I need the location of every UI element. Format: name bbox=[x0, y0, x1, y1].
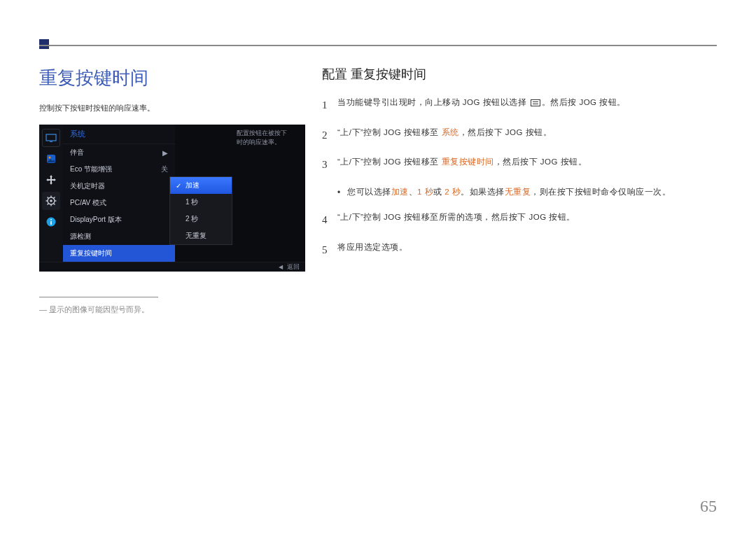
osd-dropdown-item[interactable]: 无重复 bbox=[170, 227, 232, 244]
svg-rect-15 bbox=[50, 221, 52, 225]
page-number: 65 bbox=[700, 497, 717, 516]
osd-footer: ◀ 返回 bbox=[39, 262, 305, 272]
move-icon[interactable] bbox=[42, 171, 60, 189]
step-1: 1 当功能键导引出现时，向上移动 JOG 按钮以选择 。然后按 JOG 按钮。 bbox=[322, 95, 714, 115]
step-body: 当功能键导引出现时，向上移动 JOG 按钮以选择 。然后按 JOG 按钮。 bbox=[337, 95, 714, 115]
osd-item-arrow: ▶ bbox=[162, 149, 168, 157]
step-text: “上/下”控制 JOG 按钮移至 bbox=[337, 128, 442, 136]
picture-icon[interactable] bbox=[42, 150, 60, 168]
step-number: 3 bbox=[322, 155, 337, 175]
osd-dropdown-item[interactable]: 1 秒 bbox=[170, 194, 232, 211]
osd-item-label: 关机定时器 bbox=[70, 181, 105, 191]
osd-menu-item[interactable]: 关机定时器 bbox=[63, 178, 175, 195]
step-5: 5 将应用选定选项。 bbox=[322, 240, 714, 260]
step-text: 。然后按 JOG 按钮。 bbox=[542, 98, 626, 106]
step-number: 1 bbox=[322, 95, 337, 115]
osd-dropdown-item[interactable]: ✓ 加速 bbox=[170, 177, 232, 194]
osd-description: 配置按钮在被按下 时的响应速率。 bbox=[237, 129, 300, 146]
bullet-dot: • bbox=[337, 185, 347, 201]
svg-line-10 bbox=[48, 197, 49, 199]
highlight-text: 重复按键时间 bbox=[442, 157, 494, 166]
osd-dd-label: 1 秒 bbox=[186, 197, 198, 207]
highlight-text: 1 秒 bbox=[417, 188, 433, 196]
bullet-text: ，则在按下按钮时命令仅响应一次。 bbox=[531, 188, 671, 196]
step-body: “上/下”控制 JOG 按钮移至所需的选项，然后按下 JOG 按钮。 bbox=[337, 210, 714, 230]
bullet-text: 或 bbox=[433, 188, 444, 196]
osd-iconbar bbox=[39, 125, 63, 262]
step-3: 3 “上/下”控制 JOG 按钮移至 重复按键时间，然后按下 JOG 按钮。 bbox=[322, 155, 714, 175]
osd-panel: 系统 伴音 ▶ Eco 节能增强 关 关机定时器 PC/AV 模式 Displa… bbox=[39, 125, 305, 272]
note-divider bbox=[39, 297, 158, 297]
osd-menu-item[interactable]: 源检测 bbox=[63, 228, 175, 245]
osd-menu-item[interactable]: Eco 节能增强 关 bbox=[63, 161, 175, 178]
step-body: “上/下”控制 JOG 按钮移至 重复按键时间，然后按下 JOG 按钮。 bbox=[337, 155, 714, 175]
step-text: “上/下”控制 JOG 按钮移至 bbox=[337, 157, 442, 166]
svg-point-5 bbox=[50, 199, 52, 202]
step-text: ，然后按下 JOG 按钮。 bbox=[459, 128, 552, 136]
svg-rect-16 bbox=[50, 219, 52, 220]
osd-menu-item-selected[interactable]: 重复按键时间 bbox=[63, 245, 175, 262]
osd-item-label: Eco 节能增强 bbox=[70, 164, 112, 174]
osd-item-label: 源检测 bbox=[70, 232, 91, 241]
step-number: 4 bbox=[322, 210, 337, 230]
gear-icon[interactable] bbox=[42, 192, 60, 210]
osd-dropdown: ✓ 加速 1 秒 2 秒 无重复 bbox=[169, 176, 232, 245]
bullet-note: • 您可以选择加速、1 秒或 2 秒。如果选择无重复，则在按下按钮时命令仅响应一… bbox=[322, 185, 714, 201]
svg-line-13 bbox=[48, 204, 49, 205]
osd-item-label: 重复按键时间 bbox=[70, 248, 112, 258]
osd-menu: 系统 伴音 ▶ Eco 节能增强 关 关机定时器 PC/AV 模式 Displa… bbox=[63, 125, 175, 262]
highlight-text: 系统 bbox=[442, 128, 459, 136]
right-column: 配置 重复按键时间 1 当功能键导引出现时，向上移动 JOG 按钮以选择 。然后… bbox=[322, 66, 714, 269]
osd-item-value: 关 bbox=[161, 164, 168, 174]
osd-item-label: PC/AV 模式 bbox=[70, 198, 106, 208]
header-divider bbox=[39, 45, 717, 46]
step-body: “上/下”控制 JOG 按钮移至 系统，然后按下 JOG 按钮。 bbox=[337, 125, 714, 146]
osd-item-label: 伴音 bbox=[70, 148, 84, 157]
step-text: 当功能键导引出现时，向上移动 JOG 按钮以选择 bbox=[337, 98, 529, 106]
highlight-text: 加速 bbox=[391, 188, 409, 196]
osd-menu-item[interactable]: DisplayPort 版本 bbox=[63, 211, 175, 228]
svg-line-12 bbox=[54, 197, 55, 199]
section-heading: 配置 重复按键时间 bbox=[322, 66, 714, 83]
step-text: ，然后按下 JOG 按钮。 bbox=[494, 157, 587, 166]
osd-item-label: DisplayPort 版本 bbox=[70, 215, 122, 225]
osd-dropdown-item[interactable]: 2 秒 bbox=[170, 211, 232, 227]
step-number: 5 bbox=[322, 240, 337, 260]
osd-menu-item[interactable]: PC/AV 模式 bbox=[63, 195, 175, 211]
left-column: 重复按键时间 控制按下按钮时按钮的响应速率。 bbox=[39, 66, 305, 315]
step-4: 4 “上/下”控制 JOG 按钮移至所需的选项，然后按下 JOG 按钮。 bbox=[322, 210, 714, 230]
svg-rect-0 bbox=[46, 134, 56, 141]
back-icon: ◀ bbox=[279, 264, 283, 270]
step-2: 2 “上/下”控制 JOG 按钮移至 系统，然后按下 JOG 按钮。 bbox=[322, 125, 714, 146]
osd-footer-label[interactable]: 返回 bbox=[287, 262, 300, 272]
page-title: 重复按键时间 bbox=[39, 66, 305, 90]
bullet-text: 、 bbox=[409, 188, 418, 196]
page-subtitle: 控制按下按钮时按钮的响应速率。 bbox=[39, 103, 305, 113]
menu-icon bbox=[531, 99, 540, 106]
osd-dd-label: 加速 bbox=[186, 181, 200, 190]
osd-dd-label: 无重复 bbox=[186, 231, 206, 241]
display-icon[interactable] bbox=[42, 129, 60, 147]
info-icon[interactable] bbox=[42, 213, 60, 231]
check-icon: ✓ bbox=[176, 182, 183, 190]
svg-rect-1 bbox=[50, 141, 52, 142]
osd-dd-label: 2 秒 bbox=[186, 214, 198, 224]
step-body: 将应用选定选项。 bbox=[337, 240, 714, 260]
osd-body: 系统 伴音 ▶ Eco 节能增强 关 关机定时器 PC/AV 模式 Displa… bbox=[39, 125, 305, 262]
osd-desc-line: 时的响应速率。 bbox=[237, 139, 281, 146]
header-accent-square bbox=[39, 39, 49, 49]
svg-line-11 bbox=[54, 204, 55, 205]
bullet-text: 您可以选择 bbox=[347, 188, 391, 196]
osd-desc-line: 配置按钮在被按下 bbox=[237, 129, 287, 136]
image-disclaimer: ― 显示的图像可能因型号而异。 bbox=[39, 304, 305, 315]
step-number: 2 bbox=[322, 125, 337, 146]
bullet-body: 您可以选择加速、1 秒或 2 秒。如果选择无重复，则在按下按钮时命令仅响应一次。 bbox=[347, 185, 714, 201]
osd-menu-header: 系统 bbox=[63, 125, 175, 144]
svg-point-3 bbox=[49, 157, 51, 159]
steps-list: 1 当功能键导引出现时，向上移动 JOG 按钮以选择 。然后按 JOG 按钮。 … bbox=[322, 95, 714, 260]
highlight-text: 2 秒 bbox=[444, 188, 461, 196]
osd-menu-item[interactable]: 伴音 ▶ bbox=[63, 144, 175, 161]
bullet-text: 。如果选择 bbox=[461, 188, 505, 196]
highlight-text: 无重复 bbox=[505, 188, 531, 196]
